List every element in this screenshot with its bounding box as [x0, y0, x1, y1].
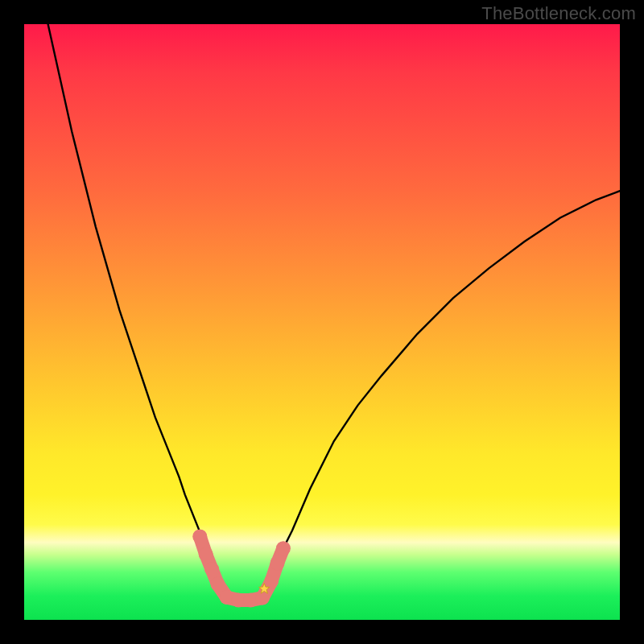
- marker-blobs: [192, 529, 291, 607]
- svg-point-20: [276, 541, 291, 555]
- chart-frame: TheBottleneck.com: [0, 0, 644, 644]
- watermark-text: TheBottleneck.com: [481, 3, 636, 24]
- chart-plot-area: [24, 24, 620, 620]
- chart-svg: [24, 24, 620, 620]
- series-left-branch: [48, 24, 227, 599]
- series-right-branch: [262, 191, 620, 599]
